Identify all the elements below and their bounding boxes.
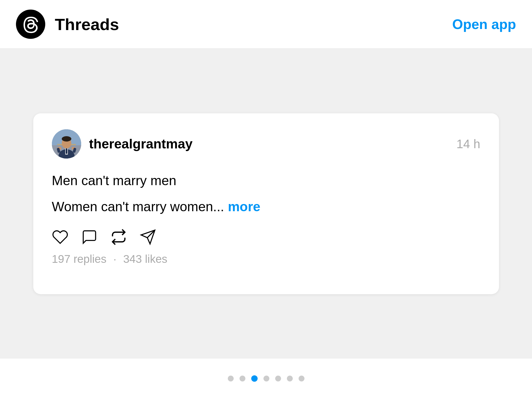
app-header: Threads Open app <box>0 0 532 49</box>
pagination-dots <box>0 359 532 398</box>
post-text-line-2-text: Women can't marry women... <box>52 199 224 214</box>
post-actions <box>52 229 480 245</box>
comment-icon <box>81 229 98 245</box>
heart-icon <box>52 229 68 245</box>
dot-6[interactable] <box>287 376 293 381</box>
stats-separator: · <box>113 253 117 265</box>
post-username: therealgrantmay <box>89 136 193 152</box>
open-app-button[interactable]: Open app <box>452 16 516 32</box>
app-title: Threads <box>55 15 119 34</box>
post-text-line-1: Men can't marry men <box>52 171 480 190</box>
svg-point-7 <box>62 136 71 142</box>
repost-button[interactable] <box>110 229 127 245</box>
replies-count: 197 <box>52 253 71 265</box>
threads-logo-icon <box>16 10 45 39</box>
card-next-peek <box>499 111 510 297</box>
dot-1[interactable] <box>228 376 234 381</box>
carousel-wrapper: therealgrantmay 14 h Men can't marry men… <box>0 65 532 343</box>
post-stats: 197 replies · 343 likes <box>52 253 480 265</box>
likes-label: likes <box>145 253 167 265</box>
likes-count: 343 <box>123 253 142 265</box>
post-card: therealgrantmay 14 h Men can't marry men… <box>33 113 499 294</box>
post-user-info: therealgrantmay <box>52 129 193 159</box>
dot-2[interactable] <box>240 376 245 381</box>
content-area: therealgrantmay 14 h Men can't marry men… <box>0 49 532 359</box>
card-prev-peek <box>23 111 33 297</box>
post-timestamp: 14 h <box>456 137 480 151</box>
share-button[interactable] <box>140 229 156 245</box>
avatar <box>52 129 81 159</box>
header-brand: Threads <box>16 10 119 39</box>
comment-button[interactable] <box>81 229 98 245</box>
post-text-line-2: Women can't marry women... more <box>52 197 480 216</box>
dot-5[interactable] <box>275 376 281 381</box>
share-icon <box>140 229 156 245</box>
repost-icon <box>110 229 127 245</box>
svg-rect-5 <box>66 148 67 154</box>
post-more-link[interactable]: more <box>228 199 260 214</box>
dot-4[interactable] <box>263 376 269 381</box>
avatar-svg <box>52 129 81 159</box>
post-header: therealgrantmay 14 h <box>52 129 480 159</box>
replies-label: replies <box>73 253 106 265</box>
post-content: Men can't marry men Women can't marry wo… <box>52 171 480 216</box>
threads-logo-svg <box>22 15 40 33</box>
avatar-image <box>52 129 81 159</box>
dot-3-active[interactable] <box>251 375 258 382</box>
like-button[interactable] <box>52 229 68 245</box>
dot-7[interactable] <box>299 376 304 381</box>
